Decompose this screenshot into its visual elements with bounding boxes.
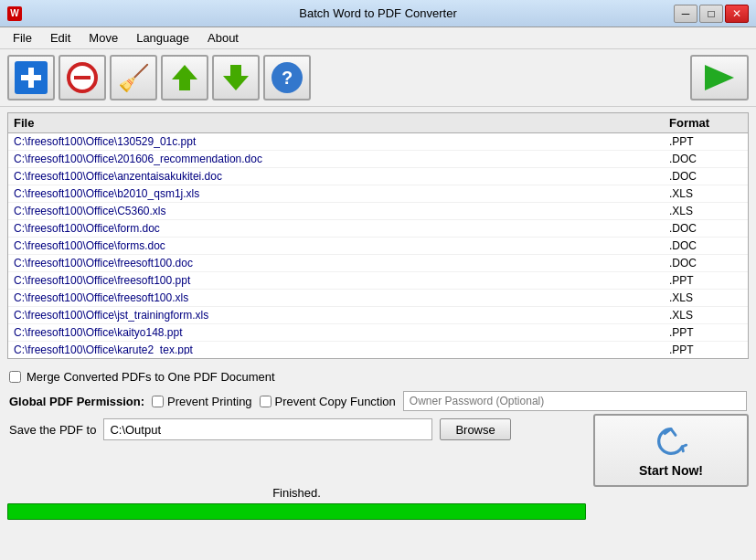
file-format: .DOC — [669, 170, 742, 183]
table-row[interactable]: C:\freesoft100\Office\form.doc.DOC — [8, 220, 748, 238]
table-row[interactable]: C:\freesoft100\Office\201606_recommendat… — [8, 151, 748, 168]
status-text: Finished. — [7, 486, 586, 500]
file-format: .PPT — [669, 135, 742, 148]
file-format: .DOC — [669, 257, 742, 269]
save-label: Save the PDF to — [9, 423, 96, 437]
file-path: C:\freesoft100\Office\C5360.xls — [14, 205, 669, 217]
window-controls: ─ □ ✕ — [674, 5, 749, 23]
file-format: .DOC — [669, 239, 742, 252]
file-format: .DOC — [669, 153, 742, 165]
table-row[interactable]: C:\freesoft100\Office\forms.doc.DOC — [8, 238, 748, 255]
menu-move[interactable]: Move — [80, 29, 127, 47]
prevent-printing-label[interactable]: Prevent Printing — [167, 395, 252, 408]
toolbar-buttons: 🧹 ? — [7, 55, 311, 100]
svg-marker-2 — [705, 65, 734, 90]
add-icon — [15, 61, 48, 94]
remove-button[interactable] — [59, 55, 106, 100]
broom-icon: 🧹 — [118, 63, 150, 93]
menu-about[interactable]: About — [198, 29, 248, 47]
file-list-body[interactable]: C:\freesoft100\Office\130529_01c.ppt.PPT… — [8, 133, 748, 354]
merge-label[interactable]: Merge Converted PDFs to One PDF Document — [27, 370, 275, 384]
file-path: C:\freesoft100\Office\freesoft100.ppt — [14, 274, 669, 287]
table-row[interactable]: C:\freesoft100\Office\karute2_tex.ppt.PP… — [8, 342, 748, 354]
file-format: .XLS — [669, 205, 742, 217]
close-button[interactable]: ✕ — [725, 5, 749, 23]
add-button[interactable] — [7, 55, 55, 100]
table-row[interactable]: C:\freesoft100\Office\b2010_qsm1j.xls.XL… — [8, 185, 748, 203]
arrow-up-icon — [168, 61, 201, 94]
file-path: C:\freesoft100\Office\form.doc — [14, 222, 669, 235]
bottom-area: Merge Converted PDFs to One PDF Document… — [0, 365, 756, 529]
file-path: C:\freesoft100\Office\forms.doc — [14, 239, 669, 252]
refresh-icon — [653, 423, 689, 460]
file-path: C:\freesoft100\Office\karute2_tex.ppt — [14, 343, 669, 354]
start-now-label: Start Now! — [639, 463, 703, 478]
table-row[interactable]: C:\freesoft100\Office\freesoft100.doc.DO… — [8, 255, 748, 272]
file-format: .PPT — [669, 343, 742, 354]
table-row[interactable]: C:\freesoft100\Office\C5360.xls.XLS — [8, 203, 748, 220]
menu-language[interactable]: Language — [127, 29, 198, 47]
table-row[interactable]: C:\freesoft100\Office\freesoft100.ppt.PP… — [8, 272, 748, 290]
file-format: .DOC — [669, 222, 742, 235]
table-row[interactable]: C:\freesoft100\Office\anzentaisakukitei.… — [8, 168, 748, 185]
menu-bar: File Edit Move Language About — [0, 27, 756, 49]
browse-button[interactable]: Browse — [440, 418, 510, 440]
start-now-button[interactable] — [690, 55, 749, 100]
table-row[interactable]: C:\freesoft100\Office\jst_trainingform.x… — [8, 307, 748, 324]
toolbar: 🧹 ? — [0, 49, 756, 107]
save-path-input[interactable] — [103, 418, 432, 440]
owner-password-input[interactable] — [403, 391, 747, 411]
help-button[interactable]: ? — [263, 55, 311, 100]
file-path: C:\freesoft100\Office\kaityo148.ppt — [14, 326, 669, 339]
title-bar-left: W — [7, 6, 22, 21]
table-row[interactable]: C:\freesoft100\Office\130529_01c.ppt.PPT — [8, 133, 748, 151]
merge-checkbox[interactable] — [9, 371, 21, 383]
remove-icon — [67, 62, 98, 93]
col-header-file: File — [14, 116, 669, 130]
prevent-printing-option: Prevent Printing — [152, 395, 252, 408]
progress-bar — [7, 503, 586, 520]
prevent-copy-option: Prevent Copy Function — [260, 395, 396, 408]
status-bar: Finished. — [7, 486, 586, 520]
file-format: .XLS — [669, 309, 742, 322]
svg-marker-0 — [172, 65, 197, 90]
file-path: C:\freesoft100\Office\freesoft100.xls — [14, 291, 669, 304]
file-path: C:\freesoft100\Office\anzentaisakukitei.… — [14, 170, 669, 183]
start-arrow-icon — [701, 61, 738, 94]
svg-marker-1 — [223, 65, 249, 90]
permission-row: Global PDF Permission: Prevent Printing … — [9, 391, 747, 411]
move-down-button[interactable] — [212, 55, 260, 100]
prevent-printing-checkbox[interactable] — [152, 396, 164, 407]
menu-edit[interactable]: Edit — [41, 29, 80, 47]
file-format: .XLS — [669, 291, 742, 304]
file-path: C:\freesoft100\Office\freesoft100.doc — [14, 257, 669, 269]
col-header-format: Format — [669, 116, 742, 130]
restore-button[interactable]: □ — [699, 5, 723, 23]
title-bar: W Batch Word to PDF Converter ─ □ ✕ — [0, 0, 756, 27]
menu-file[interactable]: File — [4, 29, 41, 47]
help-icon: ? — [272, 62, 303, 93]
file-list-header: File Format — [8, 113, 748, 133]
file-list-container: File Format C:\freesoft100\Office\130529… — [7, 112, 749, 359]
file-path: C:\freesoft100\Office\130529_01c.ppt — [14, 135, 669, 148]
move-up-button[interactable] — [161, 55, 208, 100]
prevent-copy-checkbox[interactable] — [260, 396, 272, 407]
file-format: .PPT — [669, 326, 742, 339]
table-row[interactable]: C:\freesoft100\Office\freesoft100.xls.XL… — [8, 290, 748, 307]
permission-label: Global PDF Permission: — [9, 395, 144, 408]
window-title: Batch Word to PDF Converter — [299, 6, 456, 20]
minimize-button[interactable]: ─ — [674, 5, 697, 23]
table-row[interactable]: C:\freesoft100\Office\kaityo148.ppt.PPT — [8, 324, 748, 342]
file-path: C:\freesoft100\Office\201606_recommendat… — [14, 153, 669, 165]
merge-row: Merge Converted PDFs to One PDF Document — [9, 370, 747, 384]
app-icon: W — [7, 6, 22, 21]
file-path: C:\freesoft100\Office\b2010_qsm1j.xls — [14, 187, 669, 200]
file-format: .XLS — [669, 187, 742, 200]
prevent-copy-label[interactable]: Prevent Copy Function — [275, 395, 396, 408]
file-format: .PPT — [669, 274, 742, 287]
arrow-down-icon — [219, 61, 252, 94]
file-path: C:\freesoft100\Office\jst_trainingform.x… — [14, 309, 669, 322]
clear-button[interactable]: 🧹 — [110, 55, 157, 100]
start-now-panel[interactable]: Start Now! — [593, 414, 749, 487]
